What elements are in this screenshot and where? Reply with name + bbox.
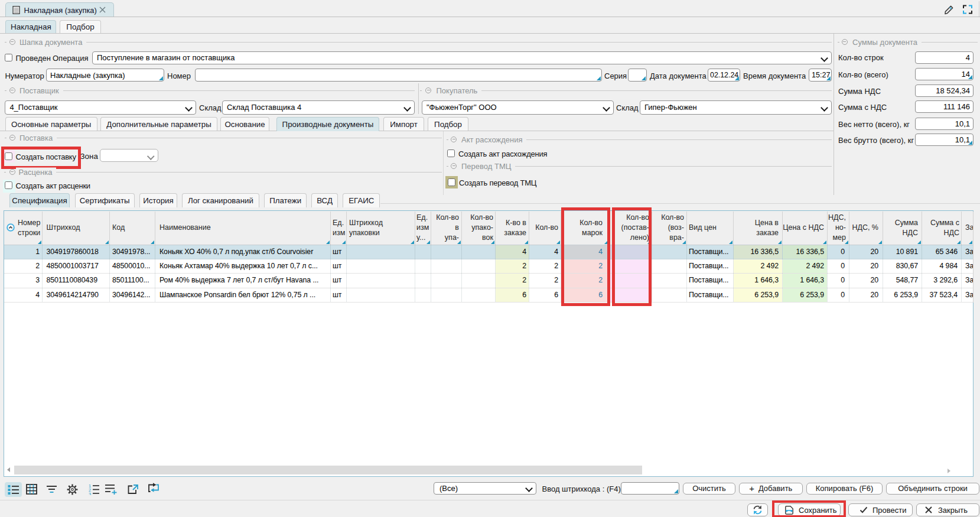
svg-text:3: 3: [89, 492, 91, 495]
